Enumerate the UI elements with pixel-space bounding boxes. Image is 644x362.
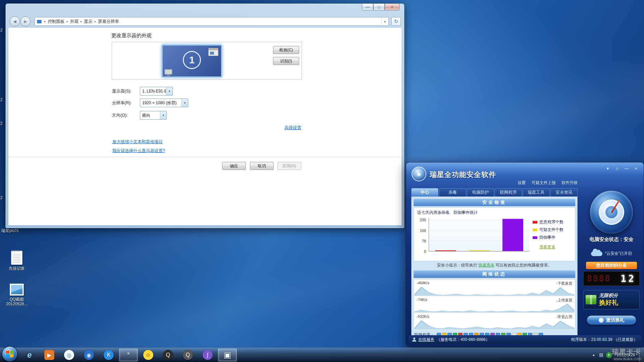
cancel-button[interactable]: 取消 — [250, 162, 274, 170]
wangwang-smiley-icon[interactable]: ☺ — [139, 349, 158, 361]
tab-antivirus[interactable]: 杀毒 — [439, 188, 466, 196]
feather-icon[interactable]: ∫ — [198, 349, 217, 361]
desktop-icon-recharge-record[interactable]: 充值记录 — [6, 251, 28, 271]
desktop-icon-rising-pic[interactable]: 瑞星pic01 — [0, 228, 20, 233]
clipped-icon-label: 2 — [0, 195, 3, 200]
tab-network-programs[interactable]: 联网程序 — [495, 188, 522, 196]
settings-menu-item[interactable]: 设置 — [518, 180, 526, 185]
back-button[interactable]: ◀ — [10, 16, 20, 26]
apply-button[interactable]: 应用(A) — [277, 162, 301, 170]
close-button[interactable]: × — [385, 4, 399, 10]
desktop-icon-qq-screenshot[interactable]: QQ截图 20120528... — [0, 284, 34, 306]
resolution-select[interactable]: 644 × 362 (推荐) ▾ — [140, 99, 188, 107]
ie-icon[interactable]: e — [20, 349, 39, 361]
clock[interactable]: 2012/5/29 — [613, 353, 639, 357]
security-stats-chart: 近七天内查杀病毒、防御事件统计 235156780 恶意程序个数 可疑文件个数 … — [414, 207, 575, 261]
which-display-settings-link[interactable]: 我应该选择什么显示器设置? — [112, 148, 165, 154]
download-waveform — [415, 286, 574, 296]
resize-text-link[interactable]: 放大或缩小文本和其他项目 — [112, 139, 163, 145]
ok-button[interactable]: 确定 — [222, 162, 246, 170]
activate-gift-button[interactable]: 激活换礼 — [587, 315, 636, 325]
monitor-preview[interactable]: 1 — [162, 45, 222, 77]
notepad-file-icon — [11, 251, 22, 265]
tab-rising-tools[interactable]: 瑞星工具 — [523, 188, 550, 196]
legend-label: 可疑文件个数 — [539, 227, 564, 233]
display-select[interactable]: 1. LEN-E91-B ▾ — [140, 87, 173, 96]
gift-promo-banner[interactable]: 无限积分 换好礼 — [583, 290, 640, 309]
cloud-security-text: “云安全”已开启 — [605, 251, 632, 256]
menu-arrow-icon[interactable]: ▾ — [605, 166, 611, 171]
legend-chip-suspicious — [533, 229, 537, 231]
media-player-icon[interactable]: ▶ — [40, 349, 59, 361]
led-ghost-digits: 8888 — [587, 274, 611, 284]
detect-button[interactable]: 检测(C) — [273, 46, 299, 54]
image-file-icon — [10, 284, 24, 296]
rising-tabs: 中心 杀毒 电脑防护 联网程序 瑞星工具 安全资讯 — [411, 188, 578, 196]
breadcrumb-item-screen-resolution[interactable]: 屏幕分辨率 — [98, 19, 119, 24]
tab-security-news[interactable]: 安全资讯 — [550, 188, 578, 196]
breadcrumb-item-display[interactable]: 显示 — [84, 19, 93, 24]
skin-icon[interactable]: ⌂ — [614, 166, 620, 171]
chart-bar — [435, 250, 456, 251]
clipped-icon-label: 2 — [0, 121, 3, 126]
screenshot-window-icon[interactable]: ▣ — [218, 349, 237, 361]
breadcrumb-item-appearance[interactable]: 外观 — [70, 19, 78, 24]
service-phone: （服务电话：400-660-8866） — [436, 337, 490, 343]
rising-logo-icon: * — [412, 167, 426, 181]
forward-button[interactable]: ▶ — [20, 16, 31, 26]
breadcrumb-separator-icon: ▸ — [65, 20, 70, 23]
tray-app-icon[interactable]: ▤ — [599, 352, 603, 358]
address-dropdown-icon[interactable]: ▾ — [381, 17, 388, 25]
breadcrumb-separator-icon: ▸ — [42, 20, 48, 23]
qq-icon[interactable]: Q — [159, 349, 177, 361]
rising-minimize-button[interactable]: — — [624, 166, 630, 171]
bandwidth-row: -532K/s -带宽占用 — [414, 313, 575, 330]
rising-close-button[interactable]: × — [633, 166, 639, 171]
legend-chip-defense — [533, 236, 537, 239]
minimize-button[interactable]: — — [362, 4, 373, 10]
qq-icon-2[interactable]: Q — [178, 349, 197, 361]
download-speed-value: -458K/s — [417, 281, 429, 285]
hidden-icons-button[interactable]: ▲ — [589, 353, 598, 357]
breadcrumb-item-control-panel[interactable]: 控制面板 — [48, 19, 65, 24]
tab-pc-defense[interactable]: 电脑防护 — [467, 188, 494, 196]
orientation-value: 横向 — [140, 113, 160, 118]
chevron-down-icon: ▾ — [166, 87, 172, 95]
orientation-select[interactable]: 横向 ▾ — [140, 111, 167, 120]
page-title: 更改显示器的外观 — [111, 33, 152, 39]
show-desktop-button[interactable] — [639, 348, 644, 362]
kugou-icon[interactable]: K — [99, 349, 118, 361]
rising-snowflake-icon[interactable]: * — [119, 349, 138, 361]
start-button[interactable] — [2, 346, 17, 362]
monitor-number: 1 — [183, 51, 201, 69]
activate-label: 激活换礼 — [606, 317, 625, 323]
tab-center[interactable]: 中心 — [411, 188, 438, 196]
bandwidth-value: -532K/s — [417, 314, 429, 318]
quick-scan-link[interactable]: 快速查杀 — [478, 263, 494, 267]
chart-bar — [502, 219, 523, 251]
y-tick-label: 78 — [414, 239, 426, 243]
y-tick-label: 156 — [414, 229, 426, 233]
advanced-settings-link[interactable]: 高级设置 — [284, 125, 301, 131]
rising-tray-icon[interactable]: + — [606, 352, 612, 358]
divider — [8, 157, 401, 157]
upload-speed-value: -74K/s — [417, 298, 427, 302]
online-service-link[interactable]: 在线服务 — [418, 337, 434, 343]
software-upgrade-menu-item[interactable]: 软件升级 — [561, 180, 578, 185]
gift-box-icon — [586, 295, 596, 304]
chevron-down-icon: ▾ — [160, 111, 166, 119]
maximize-button[interactable]: □ — [373, 4, 385, 10]
identify-button[interactable]: 识别(I) — [273, 57, 299, 65]
cloud-icon — [591, 251, 602, 256]
gridline — [429, 251, 529, 252]
thunder-icon[interactable]: ◉ — [79, 349, 98, 361]
refresh-button[interactable]: ↻ — [391, 17, 401, 26]
person-icon — [412, 338, 416, 342]
browser-360-icon[interactable]: ◎ — [60, 349, 78, 361]
navigation-bar: ◀ ▶ ▸ 控制面板 ▸ 外观 ▸ 显示 ▸ 屏幕分辨率 ▾ ↻ — [6, 15, 404, 28]
report-suspicious-menu-item[interactable]: 可疑文件上报 — [532, 180, 556, 185]
breadcrumb-separator-icon: ▸ — [78, 20, 84, 23]
view-more-link[interactable]: 查看更多 — [539, 244, 555, 250]
chart-legend: 恶意程序个数 可疑文件个数 防御事件 查看更多 — [533, 219, 564, 250]
address-bar[interactable]: ▸ 控制面板 ▸ 外观 ▸ 显示 ▸ 屏幕分辨率 ▾ — [35, 17, 389, 26]
